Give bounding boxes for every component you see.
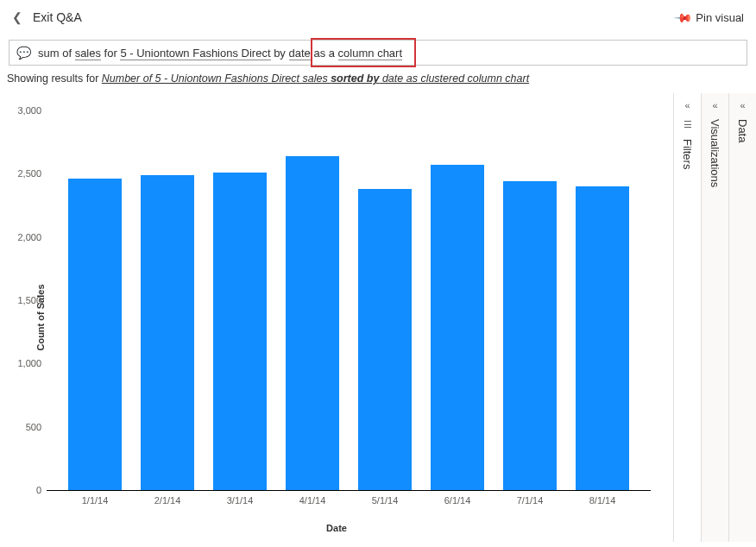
pin-visual-label: Pin visual — [696, 11, 744, 24]
exit-qna-label[interactable]: Exit Q&A — [33, 10, 82, 24]
x-axis-label: Date — [326, 523, 347, 533]
chevron-collapse-icon: « — [740, 100, 745, 110]
chevron-collapse-icon: « — [684, 100, 690, 110]
y-tick-label: 500 — [7, 422, 41, 432]
query-seg: for — [101, 47, 120, 60]
back-icon[interactable]: ❮ — [9, 7, 26, 28]
x-tick-label: 1/1/14 — [82, 495, 109, 506]
chart-plot[interactable]: 05001,0001,5002,0002,5003,0001/1/142/1/1… — [47, 110, 651, 490]
chart-area: Count of Sales 05001,0001,5002,0002,5003… — [0, 93, 673, 542]
y-tick-label: 1,500 — [7, 295, 41, 305]
chart-bar[interactable] — [431, 165, 484, 490]
query-token-chart-type: column chart — [338, 47, 402, 60]
panel-data[interactable]: « Data — [728, 93, 756, 542]
axis-baseline — [47, 490, 651, 491]
chart-bar[interactable] — [358, 189, 412, 490]
bar-slot: 6/1/14 — [421, 110, 494, 490]
x-tick-label: 7/1/14 — [517, 495, 544, 506]
x-tick-label: 3/1/14 — [227, 495, 254, 506]
y-tick-label: 1,000 — [7, 358, 41, 368]
query-seg: as a — [311, 47, 338, 60]
filter-icon: ☰ — [684, 119, 692, 130]
x-tick-label: 8/1/14 — [589, 495, 616, 506]
panel-filters[interactable]: « ☰ Filters — [673, 93, 701, 542]
bar-slot: 3/1/14 — [204, 110, 276, 490]
bar-slot: 7/1/14 — [494, 110, 566, 490]
bar-slot: 5/1/14 — [349, 110, 421, 490]
query-seg: sum of — [38, 47, 75, 60]
chart-bar[interactable] — [213, 173, 267, 490]
x-tick-label: 5/1/14 — [372, 495, 399, 506]
query-seg: by — [271, 47, 289, 60]
panel-data-label: Data — [736, 119, 749, 142]
result-tail: date as clustered column chart — [379, 72, 529, 85]
content-row: Count of Sales 05001,0001,5002,0002,5003… — [0, 93, 756, 542]
bar-slot: 4/1/14 — [276, 110, 349, 490]
query-token-entity: 5 - Uniontown Fashions Direct — [120, 47, 270, 60]
panel-visualizations-label: Visualizations — [709, 119, 721, 187]
chart-bar[interactable] — [576, 186, 629, 490]
x-tick-label: 2/1/14 — [154, 495, 181, 506]
result-sort: sorted by — [331, 72, 379, 85]
pin-visual-button[interactable]: 📌 Pin visual — [676, 10, 744, 24]
qna-query-input[interactable]: 💬 sum of sales for 5 - Uniontown Fashion… — [9, 40, 747, 66]
query-text: sum of sales for 5 - Uniontown Fashions … — [38, 47, 402, 60]
y-tick-label: 2,500 — [7, 168, 41, 179]
bars-container: 1/1/142/1/143/1/144/1/145/1/146/1/147/1/… — [47, 110, 651, 490]
y-tick-label: 2,000 — [7, 232, 41, 242]
y-tick-label: 0 — [7, 485, 41, 495]
chevron-collapse-icon: « — [712, 100, 717, 110]
header-bar: ❮ Exit Q&A 📌 Pin visual — [0, 0, 756, 35]
bar-slot: 8/1/14 — [566, 110, 639, 490]
x-tick-label: 4/1/14 — [299, 495, 326, 506]
side-panels: « ☰ Filters « Visualizations « Data — [673, 93, 756, 542]
bar-slot: 1/1/14 — [59, 110, 131, 490]
y-tick-label: 3,000 — [7, 105, 41, 116]
query-token-date: date — [289, 47, 311, 60]
chart-bar[interactable] — [68, 179, 122, 490]
panel-filters-label: Filters — [681, 139, 694, 169]
result-summary: Showing results for Number of 5 - Uniont… — [7, 72, 747, 85]
bar-slot: 2/1/14 — [131, 110, 204, 490]
pin-icon: 📌 — [673, 7, 693, 27]
panel-visualizations[interactable]: « Visualizations — [701, 93, 728, 542]
chat-bubble-icon: 💬 — [16, 46, 31, 60]
x-tick-label: 6/1/14 — [444, 495, 471, 506]
result-prefix: Showing results for — [7, 72, 102, 85]
result-desc: Number of 5 - Uniontown Fashions Direct … — [102, 72, 331, 85]
chart-bar[interactable] — [141, 175, 194, 490]
chart-bar[interactable] — [286, 156, 339, 490]
chart-bar[interactable] — [503, 181, 557, 490]
query-token-sales: sales — [75, 47, 101, 60]
